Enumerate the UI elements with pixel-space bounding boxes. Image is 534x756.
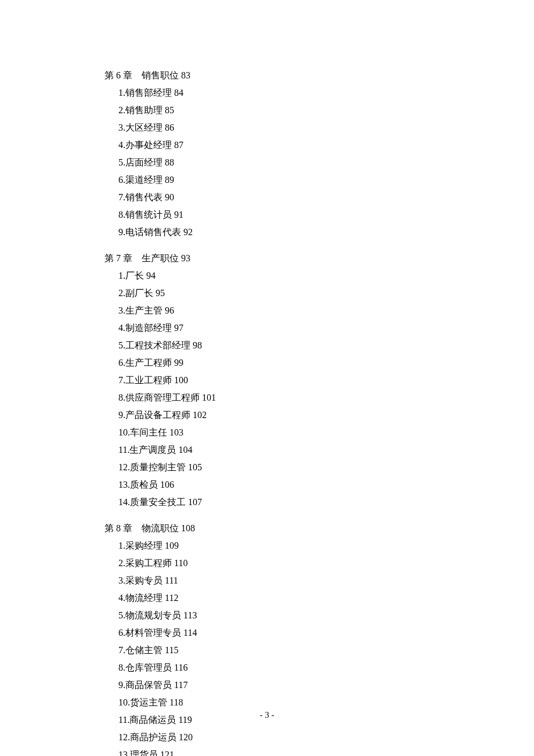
toc-item: 2.销售助理 85 [118, 102, 534, 119]
toc-item: 6.渠道经理 89 [118, 171, 534, 189]
toc-item: 12.质量控制主管 105 [118, 459, 534, 476]
toc-item: 6.材料管理专员 114 [118, 624, 534, 642]
chapter-title: 第 8 章 物流职位 108 [104, 520, 534, 537]
chapter-items: 1.销售部经理 84 2.销售助理 85 3.大区经理 86 4.办事处经理 8… [104, 84, 534, 241]
toc-item: 1.销售部经理 84 [118, 84, 534, 102]
toc-item: 1.采购经理 109 [118, 537, 534, 555]
toc-item: 7.工业工程师 100 [118, 372, 534, 389]
toc-item: 13.质检员 106 [118, 476, 534, 494]
toc-item: 13.理货员 121 [118, 746, 534, 756]
toc-item: 1.厂长 94 [118, 267, 534, 285]
toc-item: 11.生产调度员 104 [118, 441, 534, 459]
toc-item: 2.采购工程师 110 [118, 555, 534, 572]
toc-item: 12.商品护运员 120 [118, 729, 534, 746]
toc-item: 5.工程技术部经理 98 [118, 337, 534, 354]
toc-item: 8.供应商管理工程师 101 [118, 389, 534, 406]
toc-item: 3.大区经理 86 [118, 119, 534, 136]
toc-item: 7.仓储主管 115 [118, 642, 534, 659]
toc-item: 9.产品设备工程师 102 [118, 406, 534, 424]
chapter-title: 第 6 章 销售职位 83 [104, 67, 534, 84]
chapter-6: 第 6 章 销售职位 83 1.销售部经理 84 2.销售助理 85 3.大区经… [104, 67, 534, 241]
chapter-items: 1.厂长 94 2.副厂长 95 3.生产主管 96 4.制造部经理 97 5.… [104, 267, 534, 511]
toc-item: 14.质量安全技工 107 [118, 494, 534, 511]
toc-item: 5.店面经理 88 [118, 154, 534, 171]
toc-item: 4.制造部经理 97 [118, 319, 534, 337]
toc-item: 2.副厂长 95 [118, 285, 534, 302]
chapter-title: 第 7 章 生产职位 93 [104, 250, 534, 267]
toc-item: 7.销售代表 90 [118, 189, 534, 206]
toc-item: 3.生产主管 96 [118, 302, 534, 319]
toc-item: 6.生产工程师 99 [118, 354, 534, 372]
toc-content: 第 6 章 销售职位 83 1.销售部经理 84 2.销售助理 85 3.大区经… [0, 0, 534, 756]
toc-item: 8.仓库管理员 116 [118, 659, 534, 676]
toc-item: 5.物流规划专员 113 [118, 607, 534, 624]
chapter-items: 1.采购经理 109 2.采购工程师 110 3.采购专员 111 4.物流经理… [104, 537, 534, 756]
chapter-7: 第 7 章 生产职位 93 1.厂长 94 2.副厂长 95 3.生产主管 96… [104, 250, 534, 511]
page-number: - 3 - [0, 710, 534, 720]
toc-item: 10.车间主任 103 [118, 424, 534, 441]
toc-item: 4.物流经理 112 [118, 589, 534, 607]
toc-item: 10.货运主管 118 [118, 694, 534, 711]
toc-item: 3.采购专员 111 [118, 572, 534, 589]
toc-item: 9.电话销售代表 92 [118, 224, 534, 241]
chapter-8: 第 8 章 物流职位 108 1.采购经理 109 2.采购工程师 110 3.… [104, 520, 534, 756]
toc-item: 4.办事处经理 87 [118, 136, 534, 154]
toc-item: 8.销售统计员 91 [118, 206, 534, 224]
toc-item: 9.商品保管员 117 [118, 676, 534, 694]
